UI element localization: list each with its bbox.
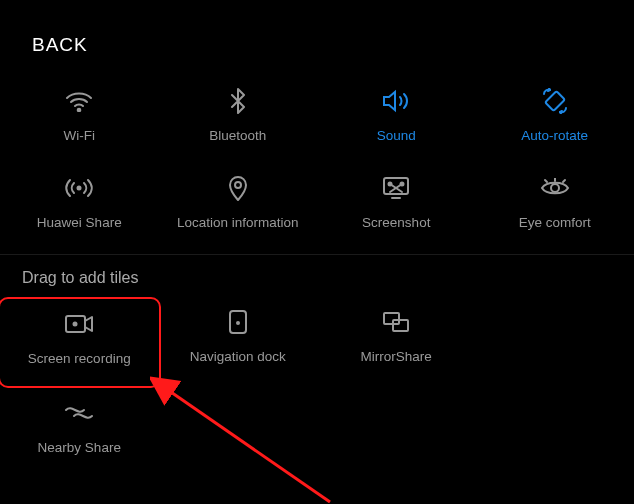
tile-label: Eye comfort bbox=[519, 215, 591, 230]
svg-rect-4 bbox=[384, 178, 408, 194]
svg-rect-13 bbox=[393, 320, 408, 331]
sound-icon bbox=[381, 86, 411, 116]
bluetooth-icon bbox=[229, 86, 247, 116]
active-tiles-grid: Wi-Fi Bluetooth Sound bbox=[0, 56, 634, 250]
back-button[interactable]: BACK bbox=[0, 0, 634, 56]
tile-autorotate[interactable]: Auto-rotate bbox=[476, 76, 635, 163]
add-tiles-title: Drag to add tiles bbox=[0, 255, 634, 291]
screenshot-icon bbox=[382, 173, 410, 203]
tile-navigation-dock[interactable]: Navigation dock bbox=[159, 297, 318, 388]
svg-rect-12 bbox=[384, 313, 399, 324]
autorotate-icon bbox=[540, 86, 570, 116]
empty-slot bbox=[476, 297, 635, 388]
tile-eye-comfort[interactable]: Eye comfort bbox=[476, 163, 635, 250]
mirror-share-icon bbox=[382, 307, 410, 337]
tile-label: Navigation dock bbox=[190, 349, 286, 364]
huawei-share-icon bbox=[64, 173, 94, 203]
tile-label: Screen recording bbox=[28, 351, 131, 366]
tile-huawei-share[interactable]: Huawei Share bbox=[0, 163, 159, 250]
tile-wifi[interactable]: Wi-Fi bbox=[0, 76, 159, 163]
tile-bluetooth[interactable]: Bluetooth bbox=[159, 76, 318, 163]
svg-point-0 bbox=[78, 109, 81, 112]
eye-icon bbox=[540, 173, 570, 203]
tile-label: Huawei Share bbox=[37, 215, 122, 230]
location-icon bbox=[228, 173, 248, 203]
tile-location[interactable]: Location information bbox=[159, 163, 318, 250]
tile-nearby-share[interactable]: Nearby Share bbox=[0, 388, 159, 475]
svg-point-5 bbox=[389, 183, 392, 186]
svg-point-9 bbox=[73, 322, 78, 327]
svg-point-7 bbox=[551, 184, 559, 192]
svg-point-2 bbox=[77, 186, 82, 191]
svg-point-11 bbox=[236, 321, 240, 325]
svg-point-6 bbox=[401, 183, 404, 186]
navigation-dock-icon bbox=[228, 307, 248, 337]
screen-recording-icon bbox=[64, 309, 94, 339]
tile-label: Wi-Fi bbox=[64, 128, 95, 143]
tile-label: Screenshot bbox=[362, 215, 430, 230]
tile-sound[interactable]: Sound bbox=[317, 76, 476, 163]
svg-point-3 bbox=[235, 182, 241, 188]
tile-mirror-share[interactable]: MirrorShare bbox=[317, 297, 476, 388]
tile-label: MirrorShare bbox=[361, 349, 432, 364]
tile-label: Sound bbox=[377, 128, 416, 143]
available-tiles-grid: Screen recording Navigation dock MirrorS… bbox=[0, 291, 634, 475]
tile-label: Auto-rotate bbox=[521, 128, 588, 143]
tile-screen-recording[interactable]: Screen recording bbox=[0, 297, 161, 388]
tile-screenshot[interactable]: Screenshot bbox=[317, 163, 476, 250]
tile-label: Nearby Share bbox=[38, 440, 121, 455]
wifi-icon bbox=[65, 86, 93, 116]
tile-label: Location information bbox=[177, 215, 299, 230]
nearby-share-icon bbox=[64, 398, 94, 428]
svg-rect-1 bbox=[545, 91, 565, 111]
tile-label: Bluetooth bbox=[209, 128, 266, 143]
